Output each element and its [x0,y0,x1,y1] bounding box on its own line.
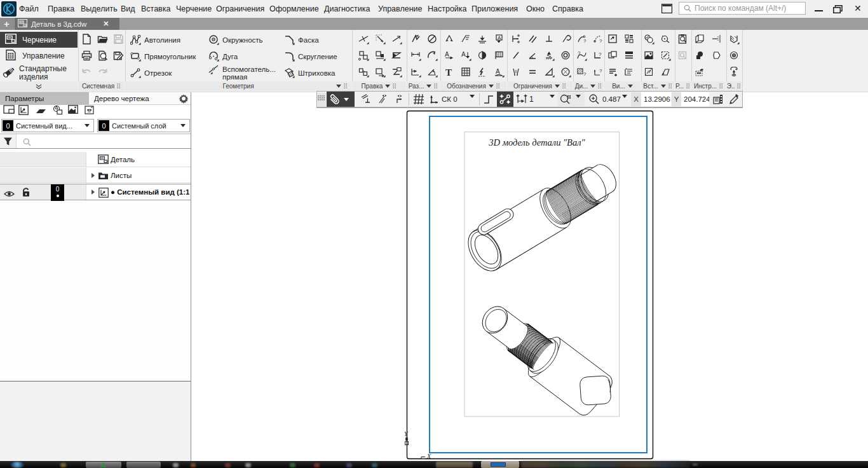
svg-text:?: ? [599,38,602,44]
svg-text:?: ? [583,38,587,44]
svg-text:T: T [445,67,452,78]
svg-text:А: А [496,68,500,75]
svg-text:X: X [426,453,431,460]
svg-text:?: ? [578,50,581,56]
svg-text:?: ? [599,68,602,74]
svg-text:А: А [498,35,501,41]
svg-text:3D модель детали "Вал": 3D модель детали "Вал" [488,137,585,148]
svg-text:?: ? [599,52,602,57]
svg-text:?: ? [583,71,587,77]
svg-text:А: А [461,51,466,58]
svg-text:А: А [445,51,449,58]
